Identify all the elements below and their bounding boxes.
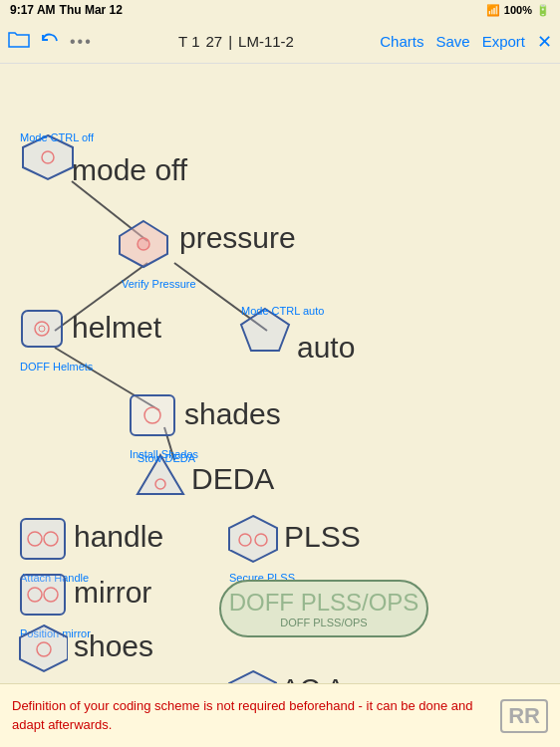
doff-oval-sub: DOFF PLSS/OPS <box>280 617 367 628</box>
svg-marker-20 <box>229 516 277 562</box>
pressure-sublabel: Verify Pressure <box>122 278 196 290</box>
node-mirror[interactable]: Position mirror <box>18 570 68 623</box>
shoes-label: shoes <box>74 629 153 663</box>
shades-label: shades <box>184 397 281 431</box>
node-handle[interactable]: Attach Handle <box>18 514 68 568</box>
node-mode-ctrl-off[interactable]: Mode CTRL off <box>18 131 78 187</box>
battery-label: 100% <box>504 4 532 16</box>
pressure-label: pressure <box>179 221 296 255</box>
battery-icon: 🔋 <box>536 4 550 17</box>
doff-oval[interactable]: DOFF PLSS/OPS DOFF PLSS/OPS <box>219 580 428 637</box>
toolbar: ••• T 1 27 | LM-11-2 Charts Save Export … <box>0 20 560 64</box>
node-deda[interactable]: Stow DEDA <box>136 452 185 501</box>
folder-button[interactable] <box>8 30 30 53</box>
handle-icon <box>18 514 68 564</box>
more-button[interactable]: ••• <box>70 33 93 51</box>
bottom-bar-badge: RR <box>500 699 548 733</box>
mode-off-label: mode off <box>72 153 187 187</box>
node-plss[interactable]: Secure PLSS <box>227 514 279 568</box>
save-button[interactable]: Save <box>435 33 469 50</box>
node-shoes[interactable]: Don overshoes <box>18 623 68 677</box>
status-time: 9:17 AM Thu Mar 12 <box>10 3 123 17</box>
undo-button[interactable] <box>40 31 60 53</box>
mode-ctrl-off-sublabel: Mode CTRL off <box>20 131 94 143</box>
toolbar-center: T 1 27 | LM-11-2 <box>101 33 372 50</box>
shoes-icon <box>18 623 68 673</box>
deda-sublabel: Stow DEDA <box>138 452 195 464</box>
svg-rect-13 <box>131 395 174 435</box>
toolbar-left: ••• <box>8 30 93 53</box>
close-button[interactable]: ✕ <box>537 31 552 53</box>
node-pressure[interactable]: Verify Pressure <box>118 218 169 274</box>
svg-point-8 <box>138 238 149 250</box>
pressure-icon <box>118 218 169 270</box>
export-button[interactable]: Export <box>482 33 525 50</box>
node-shades[interactable]: Install Shades <box>128 390 177 444</box>
toolbar-id: LM-11-2 <box>238 33 294 50</box>
handle-label: handle <box>74 520 163 554</box>
helmet-sublabel: DOFF Helmets <box>20 361 93 373</box>
toolbar-right: Charts Save Export ✕ <box>380 31 552 53</box>
time-label: 9:17 AM <box>10 3 56 17</box>
bottom-bar: Definition of your coding scheme is not … <box>0 683 560 747</box>
deda-label: DEDA <box>191 462 274 496</box>
auto-label: auto <box>297 331 355 365</box>
node-helmet[interactable]: DOFF Helmets <box>18 305 66 357</box>
mode-ctrl-auto-sublabel: Mode CTRL auto <box>241 305 324 317</box>
date-label: Thu Mar 12 <box>60 3 123 17</box>
svg-marker-26 <box>20 625 68 671</box>
mirror-icon <box>18 570 68 620</box>
toolbar-sep: | <box>228 33 232 50</box>
node-mode-ctrl-auto[interactable]: Mode CTRL auto <box>239 305 291 361</box>
toolbar-t-label: T 1 <box>178 33 199 50</box>
mirror-label: mirror <box>74 576 151 610</box>
plss-label: PLSS <box>284 520 361 554</box>
status-indicators: 📶 100% 🔋 <box>486 4 550 17</box>
status-bar: 9:17 AM Thu Mar 12 📶 100% 🔋 <box>0 0 560 20</box>
helmet-label: helmet <box>72 311 161 345</box>
plss-icon <box>227 514 279 564</box>
wifi-icon: 📶 <box>486 4 500 17</box>
doff-oval-text: DOFF PLSS/OPS <box>229 589 420 617</box>
bottom-bar-message: Definition of your coding scheme is not … <box>12 697 490 733</box>
charts-button[interactable]: Charts <box>380 33 423 50</box>
shades-icon <box>128 390 177 440</box>
canvas: Mode CTRL off mode off Verify Pressure p… <box>0 64 560 747</box>
toolbar-num: 27 <box>206 33 223 50</box>
helmet-icon <box>18 305 66 353</box>
svg-rect-9 <box>22 311 62 347</box>
